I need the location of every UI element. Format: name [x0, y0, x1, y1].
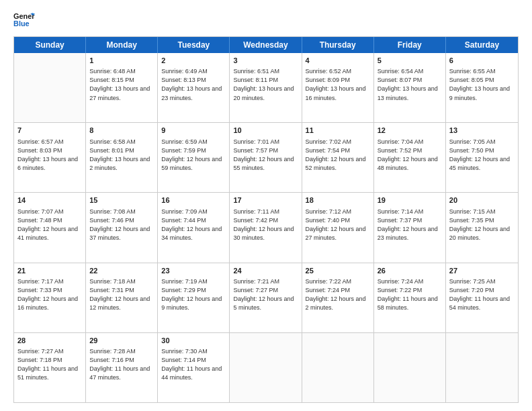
- day-info: Sunrise: 6:57 AMSunset: 8:03 PMDaylight:…: [17, 138, 82, 173]
- day-cell: [374, 333, 446, 402]
- day-number: 22: [89, 266, 154, 276]
- day-cell: 24Sunrise: 7:21 AMSunset: 7:27 PMDayligh…: [230, 263, 302, 332]
- day-number: 20: [449, 195, 515, 205]
- calendar-page: General Blue SundayMondayTuesdayWednesda…: [0, 0, 532, 411]
- day-info: Sunrise: 7:12 AMSunset: 7:40 PMDaylight:…: [306, 208, 370, 242]
- day-info: Sunrise: 6:49 AMSunset: 8:13 PMDaylight:…: [161, 67, 226, 102]
- day-info: Sunrise: 7:21 AMSunset: 7:27 PMDaylight:…: [233, 277, 298, 312]
- day-cell: 22Sunrise: 7:18 AMSunset: 7:31 PMDayligh…: [86, 263, 158, 332]
- day-number: 18: [306, 195, 370, 205]
- day-info: Sunrise: 7:30 AMSunset: 7:14 PMDaylight:…: [161, 347, 226, 382]
- week-row-1: 7Sunrise: 6:57 AMSunset: 8:03 PMDaylight…: [14, 123, 518, 193]
- day-cell: 9Sunrise: 6:59 AMSunset: 7:59 PMDaylight…: [158, 123, 230, 192]
- header-day-monday: Monday: [86, 37, 158, 53]
- day-info: Sunrise: 6:59 AMSunset: 7:59 PMDaylight:…: [161, 138, 226, 173]
- day-number: 27: [449, 266, 515, 276]
- day-info: Sunrise: 7:05 AMSunset: 7:50 PMDaylight:…: [449, 138, 515, 173]
- svg-text:Blue: Blue: [13, 19, 30, 28]
- day-number: 6: [449, 56, 515, 66]
- day-info: Sunrise: 7:14 AMSunset: 7:37 PMDaylight:…: [378, 208, 442, 242]
- day-number: 25: [306, 266, 370, 276]
- day-cell: 8Sunrise: 6:58 AMSunset: 8:01 PMDaylight…: [86, 123, 158, 192]
- day-number: 17: [233, 195, 298, 205]
- day-info: Sunrise: 7:17 AMSunset: 7:33 PMDaylight:…: [17, 277, 82, 312]
- logo: General Blue: [13, 11, 35, 30]
- day-info: Sunrise: 7:24 AMSunset: 7:22 PMDaylight:…: [378, 277, 442, 312]
- day-cell: 10Sunrise: 7:01 AMSunset: 7:57 PMDayligh…: [230, 123, 302, 192]
- day-number: 8: [89, 126, 154, 136]
- day-number: 2: [161, 56, 226, 66]
- day-info: Sunrise: 7:19 AMSunset: 7:29 PMDaylight:…: [161, 277, 226, 312]
- day-cell: 19Sunrise: 7:14 AMSunset: 7:37 PMDayligh…: [374, 193, 446, 262]
- day-info: Sunrise: 7:11 AMSunset: 7:42 PMDaylight:…: [233, 208, 298, 242]
- day-number: 30: [161, 336, 226, 346]
- day-number: 26: [378, 266, 442, 276]
- day-cell: 29Sunrise: 7:28 AMSunset: 7:16 PMDayligh…: [86, 333, 158, 402]
- day-info: Sunrise: 7:01 AMSunset: 7:57 PMDaylight:…: [233, 138, 298, 173]
- day-cell: 2Sunrise: 6:49 AMSunset: 8:13 PMDaylight…: [158, 53, 230, 122]
- day-number: 29: [89, 336, 154, 346]
- day-cell: 13Sunrise: 7:05 AMSunset: 7:50 PMDayligh…: [446, 123, 518, 192]
- calendar-body: 1Sunrise: 6:48 AMSunset: 8:15 PMDaylight…: [14, 53, 518, 402]
- header-day-saturday: Saturday: [446, 37, 518, 53]
- day-number: 12: [378, 126, 442, 136]
- day-info: Sunrise: 7:25 AMSunset: 7:20 PMDaylight:…: [449, 277, 515, 312]
- day-info: Sunrise: 7:04 AMSunset: 7:52 PMDaylight:…: [378, 138, 442, 173]
- week-row-2: 14Sunrise: 7:07 AMSunset: 7:48 PMDayligh…: [14, 193, 518, 263]
- calendar-header: SundayMondayTuesdayWednesdayThursdayFrid…: [14, 37, 518, 53]
- day-cell: 17Sunrise: 7:11 AMSunset: 7:42 PMDayligh…: [230, 193, 302, 262]
- day-cell: 6Sunrise: 6:55 AMSunset: 8:05 PMDaylight…: [446, 53, 518, 122]
- calendar-grid: SundayMondayTuesdayWednesdayThursdayFrid…: [13, 36, 519, 403]
- day-cell: 25Sunrise: 7:22 AMSunset: 7:24 PMDayligh…: [302, 263, 374, 332]
- day-info: Sunrise: 6:55 AMSunset: 8:05 PMDaylight:…: [449, 67, 515, 102]
- day-cell: 23Sunrise: 7:19 AMSunset: 7:29 PMDayligh…: [158, 263, 230, 332]
- day-cell: 20Sunrise: 7:15 AMSunset: 7:35 PMDayligh…: [446, 193, 518, 262]
- page-header: General Blue: [13, 11, 519, 30]
- day-number: 3: [233, 56, 298, 66]
- day-info: Sunrise: 7:09 AMSunset: 7:44 PMDaylight:…: [161, 208, 226, 242]
- day-info: Sunrise: 6:58 AMSunset: 8:01 PMDaylight:…: [89, 138, 154, 173]
- day-cell: 18Sunrise: 7:12 AMSunset: 7:40 PMDayligh…: [302, 193, 374, 262]
- day-cell: 1Sunrise: 6:48 AMSunset: 8:15 PMDaylight…: [86, 53, 158, 122]
- logo-icon: General Blue: [13, 11, 35, 30]
- day-info: Sunrise: 6:52 AMSunset: 8:09 PMDaylight:…: [306, 67, 370, 102]
- day-cell: 5Sunrise: 6:54 AMSunset: 8:07 PMDaylight…: [374, 53, 446, 122]
- day-cell: 4Sunrise: 6:52 AMSunset: 8:09 PMDaylight…: [302, 53, 374, 122]
- header-day-tuesday: Tuesday: [158, 37, 230, 53]
- day-cell: [230, 333, 302, 402]
- header-day-sunday: Sunday: [14, 37, 86, 53]
- day-number: 14: [17, 195, 82, 205]
- day-number: 11: [306, 126, 370, 136]
- header-day-friday: Friday: [374, 37, 446, 53]
- day-number: 9: [161, 126, 226, 136]
- day-cell: 28Sunrise: 7:27 AMSunset: 7:18 PMDayligh…: [14, 333, 86, 402]
- day-info: Sunrise: 7:22 AMSunset: 7:24 PMDaylight:…: [306, 277, 370, 312]
- day-cell: [302, 333, 374, 402]
- day-info: Sunrise: 7:27 AMSunset: 7:18 PMDaylight:…: [17, 347, 82, 382]
- week-row-3: 21Sunrise: 7:17 AMSunset: 7:33 PMDayligh…: [14, 263, 518, 333]
- day-info: Sunrise: 7:08 AMSunset: 7:46 PMDaylight:…: [89, 208, 154, 242]
- day-cell: 16Sunrise: 7:09 AMSunset: 7:44 PMDayligh…: [158, 193, 230, 262]
- day-number: 21: [17, 266, 82, 276]
- day-cell: 26Sunrise: 7:24 AMSunset: 7:22 PMDayligh…: [374, 263, 446, 332]
- day-cell: 27Sunrise: 7:25 AMSunset: 7:20 PMDayligh…: [446, 263, 518, 332]
- day-number: 19: [378, 195, 442, 205]
- day-cell: 14Sunrise: 7:07 AMSunset: 7:48 PMDayligh…: [14, 193, 86, 262]
- day-number: 15: [89, 195, 154, 205]
- header-day-wednesday: Wednesday: [230, 37, 302, 53]
- header-day-thursday: Thursday: [302, 37, 374, 53]
- day-cell: 21Sunrise: 7:17 AMSunset: 7:33 PMDayligh…: [14, 263, 86, 332]
- day-info: Sunrise: 6:54 AMSunset: 8:07 PMDaylight:…: [378, 67, 442, 102]
- day-number: 24: [233, 266, 298, 276]
- day-number: 10: [233, 126, 298, 136]
- day-cell: 3Sunrise: 6:51 AMSunset: 8:11 PMDaylight…: [230, 53, 302, 122]
- day-cell: 7Sunrise: 6:57 AMSunset: 8:03 PMDaylight…: [14, 123, 86, 192]
- day-number: 1: [89, 56, 154, 66]
- day-cell: 15Sunrise: 7:08 AMSunset: 7:46 PMDayligh…: [86, 193, 158, 262]
- day-cell: [446, 333, 518, 402]
- day-number: 28: [17, 336, 82, 346]
- day-cell: 11Sunrise: 7:02 AMSunset: 7:54 PMDayligh…: [302, 123, 374, 192]
- day-info: Sunrise: 7:18 AMSunset: 7:31 PMDaylight:…: [89, 277, 154, 312]
- day-number: 16: [161, 195, 226, 205]
- day-number: 4: [306, 56, 370, 66]
